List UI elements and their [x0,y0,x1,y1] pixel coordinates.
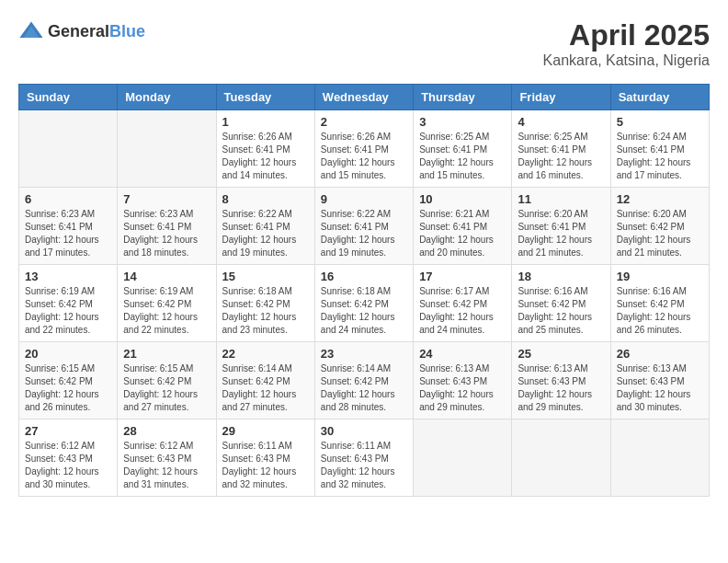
day-number: 29 [222,424,309,438]
calendar-cell: 14Sunrise: 6:19 AMSunset: 6:42 PMDayligh… [118,265,216,342]
day-number: 8 [222,192,309,206]
calendar-cell [610,419,709,497]
calendar-cell: 15Sunrise: 6:18 AMSunset: 6:42 PMDayligh… [216,265,314,342]
calendar-week-row: 1Sunrise: 6:26 AMSunset: 6:41 PMDaylight… [19,110,710,188]
calendar-week-row: 13Sunrise: 6:19 AMSunset: 6:42 PMDayligh… [19,265,710,342]
logo-icon [18,18,44,44]
day-number: 23 [321,347,407,361]
day-number: 30 [321,424,407,438]
calendar-cell: 21Sunrise: 6:15 AMSunset: 6:42 PMDayligh… [118,342,216,419]
day-number: 24 [419,347,506,361]
day-detail: Sunrise: 6:19 AMSunset: 6:42 PMDaylight:… [123,285,210,337]
calendar-cell: 20Sunrise: 6:15 AMSunset: 6:42 PMDayligh… [19,342,118,419]
calendar-cell: 10Sunrise: 6:21 AMSunset: 6:41 PMDayligh… [414,188,512,265]
calendar-cell: 13Sunrise: 6:19 AMSunset: 6:42 PMDayligh… [19,265,118,342]
calendar-cell: 25Sunrise: 6:13 AMSunset: 6:43 PMDayligh… [512,342,610,419]
day-detail: Sunrise: 6:21 AMSunset: 6:41 PMDaylight:… [419,208,506,259]
weekday-header: Wednesday [314,85,413,110]
day-number: 13 [25,270,111,283]
day-number: 4 [518,115,604,129]
calendar-cell: 23Sunrise: 6:14 AMSunset: 6:42 PMDayligh… [314,342,413,419]
calendar-cell: 19Sunrise: 6:16 AMSunset: 6:42 PMDayligh… [610,265,709,342]
calendar-cell [19,110,118,188]
calendar-cell: 9Sunrise: 6:22 AMSunset: 6:41 PMDaylight… [314,188,413,265]
logo-text-general: General [48,22,109,40]
calendar-cell: 18Sunrise: 6:16 AMSunset: 6:42 PMDayligh… [512,265,610,342]
day-detail: Sunrise: 6:26 AMSunset: 6:41 PMDaylight:… [222,131,309,182]
calendar-cell: 12Sunrise: 6:20 AMSunset: 6:42 PMDayligh… [610,188,709,265]
day-number: 27 [25,424,111,438]
calendar-cell: 11Sunrise: 6:20 AMSunset: 6:41 PMDayligh… [512,188,610,265]
day-detail: Sunrise: 6:19 AMSunset: 6:42 PMDaylight:… [25,285,111,337]
calendar-cell: 30Sunrise: 6:11 AMSunset: 6:43 PMDayligh… [314,419,413,497]
day-number: 3 [419,115,506,129]
day-number: 19 [617,270,703,283]
day-number: 6 [25,192,111,206]
day-detail: Sunrise: 6:11 AMSunset: 6:43 PMDaylight:… [222,440,309,491]
calendar-cell [414,419,512,497]
day-number: 11 [518,192,604,206]
calendar-week-row: 6Sunrise: 6:23 AMSunset: 6:41 PMDaylight… [19,188,710,265]
day-detail: Sunrise: 6:25 AMSunset: 6:41 PMDaylight:… [518,131,604,182]
day-detail: Sunrise: 6:13 AMSunset: 6:43 PMDaylight:… [617,362,703,414]
calendar-cell: 26Sunrise: 6:13 AMSunset: 6:43 PMDayligh… [610,342,709,419]
day-number: 22 [222,347,309,361]
day-detail: Sunrise: 6:26 AMSunset: 6:41 PMDaylight:… [321,131,407,182]
calendar-cell: 1Sunrise: 6:26 AMSunset: 6:41 PMDaylight… [216,110,314,188]
main-title: April 2025 [543,18,710,52]
calendar-header-row: SundayMondayTuesdayWednesdayThursdayFrid… [19,85,710,110]
weekday-header: Friday [512,85,610,110]
weekday-header: Monday [118,85,216,110]
calendar-cell: 17Sunrise: 6:17 AMSunset: 6:42 PMDayligh… [414,265,512,342]
day-number: 26 [617,347,703,361]
page-header: GeneralBlue April 2025 Kankara, Katsina,… [18,18,710,69]
day-detail: Sunrise: 6:25 AMSunset: 6:41 PMDaylight:… [419,131,506,182]
calendar-cell: 24Sunrise: 6:13 AMSunset: 6:43 PMDayligh… [414,342,512,419]
day-number: 10 [419,192,506,206]
calendar-week-row: 27Sunrise: 6:12 AMSunset: 6:43 PMDayligh… [19,419,710,497]
day-detail: Sunrise: 6:11 AMSunset: 6:43 PMDaylight:… [321,440,407,491]
weekday-header: Saturday [610,85,709,110]
day-detail: Sunrise: 6:23 AMSunset: 6:41 PMDaylight:… [123,208,210,259]
logo: GeneralBlue [18,18,145,44]
day-detail: Sunrise: 6:22 AMSunset: 6:41 PMDaylight:… [222,208,309,259]
day-number: 16 [321,270,407,283]
weekday-header: Thursday [414,85,512,110]
day-detail: Sunrise: 6:24 AMSunset: 6:41 PMDaylight:… [617,131,703,182]
calendar-cell: 3Sunrise: 6:25 AMSunset: 6:41 PMDaylight… [414,110,512,188]
day-detail: Sunrise: 6:15 AMSunset: 6:42 PMDaylight:… [123,362,210,414]
day-number: 18 [518,270,604,283]
calendar-table: SundayMondayTuesdayWednesdayThursdayFrid… [18,84,710,497]
calendar-cell: 2Sunrise: 6:26 AMSunset: 6:41 PMDaylight… [314,110,413,188]
day-detail: Sunrise: 6:12 AMSunset: 6:43 PMDaylight:… [25,440,111,491]
weekday-header: Sunday [19,85,118,110]
day-number: 7 [123,192,210,206]
weekday-header: Tuesday [216,85,314,110]
day-number: 21 [123,347,210,361]
day-number: 1 [222,115,309,129]
calendar-cell: 8Sunrise: 6:22 AMSunset: 6:41 PMDaylight… [216,188,314,265]
day-detail: Sunrise: 6:13 AMSunset: 6:43 PMDaylight:… [518,362,604,414]
day-number: 9 [321,192,407,206]
calendar-cell: 6Sunrise: 6:23 AMSunset: 6:41 PMDaylight… [19,188,118,265]
calendar-cell [118,110,216,188]
calendar-cell [512,419,610,497]
day-detail: Sunrise: 6:14 AMSunset: 6:42 PMDaylight:… [321,362,407,414]
day-number: 14 [123,270,210,283]
calendar-cell: 7Sunrise: 6:23 AMSunset: 6:41 PMDaylight… [118,188,216,265]
calendar-week-row: 20Sunrise: 6:15 AMSunset: 6:42 PMDayligh… [19,342,710,419]
calendar-cell: 22Sunrise: 6:14 AMSunset: 6:42 PMDayligh… [216,342,314,419]
day-number: 28 [123,424,210,438]
day-detail: Sunrise: 6:14 AMSunset: 6:42 PMDaylight:… [222,362,309,414]
title-block: April 2025 Kankara, Katsina, Nigeria [543,18,710,69]
calendar-cell: 28Sunrise: 6:12 AMSunset: 6:43 PMDayligh… [118,419,216,497]
day-number: 2 [321,115,407,129]
calendar-cell: 29Sunrise: 6:11 AMSunset: 6:43 PMDayligh… [216,419,314,497]
day-detail: Sunrise: 6:20 AMSunset: 6:41 PMDaylight:… [518,208,604,259]
calendar-cell: 4Sunrise: 6:25 AMSunset: 6:41 PMDaylight… [512,110,610,188]
day-number: 25 [518,347,604,361]
day-number: 15 [222,270,309,283]
location-subtitle: Kankara, Katsina, Nigeria [543,52,710,69]
day-detail: Sunrise: 6:13 AMSunset: 6:43 PMDaylight:… [419,362,506,414]
day-detail: Sunrise: 6:12 AMSunset: 6:43 PMDaylight:… [123,440,210,491]
